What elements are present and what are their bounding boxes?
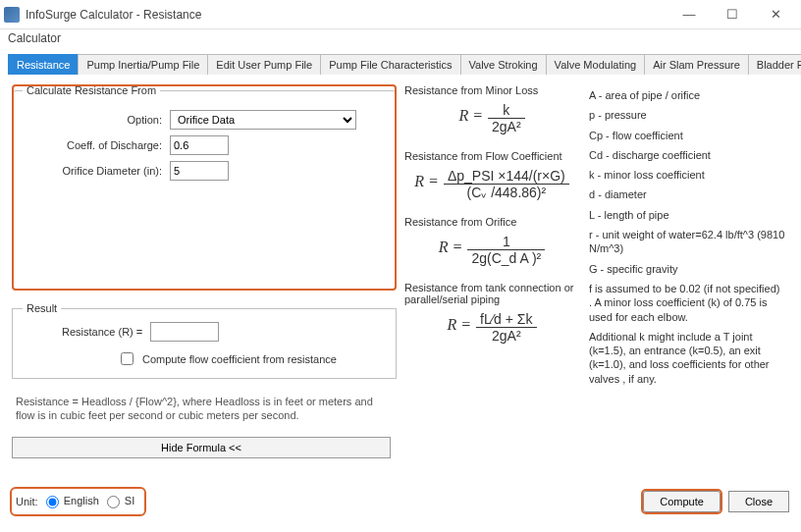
content-area: Calculate Resistance From Option: Orific… bbox=[0, 75, 801, 461]
resistance-label: Resistance (R) = bbox=[62, 326, 142, 338]
unit-english-option[interactable]: English bbox=[46, 495, 99, 508]
maximize-button[interactable]: ☐ bbox=[711, 1, 754, 28]
calculate-resistance-group: Calculate Resistance From Option: Orific… bbox=[12, 84, 397, 291]
hide-formula-button[interactable]: Hide Formula << bbox=[12, 437, 391, 458]
legend-A: A - area of pipe / orifice bbox=[589, 88, 785, 102]
formulas-column: Resistance from Minor Loss R = k2gA² Res… bbox=[404, 79, 581, 461]
tab-resistance[interactable]: Resistance bbox=[8, 54, 79, 75]
diameter-label: Orifice Diameter (in): bbox=[23, 165, 170, 177]
compute-button[interactable]: Compute bbox=[643, 491, 721, 512]
cd-label: Coeff. of Discharge: bbox=[23, 139, 170, 151]
diameter-input[interactable] bbox=[170, 161, 229, 181]
legend-G: G - specific gravity bbox=[589, 262, 785, 276]
option-label: Option: bbox=[23, 114, 170, 126]
legend-L: L - length of pipe bbox=[589, 208, 785, 222]
formula-minor: R = k2gA² bbox=[404, 98, 581, 144]
unit-label: Unit: bbox=[16, 496, 38, 507]
tab-valve-modulating[interactable]: Valve Modulating bbox=[546, 54, 646, 75]
legend-d: d - diameter bbox=[589, 187, 785, 201]
legend-r: r - unit weight of water=62.4 lb/ft^3 (9… bbox=[589, 228, 785, 256]
formula-flowcoef-title: Resistance from Flow Coefficient bbox=[404, 150, 581, 162]
calc-legend: Calculate Resistance From bbox=[23, 84, 160, 96]
tab-strip: Resistance Pump Inertia/Pump File Edit U… bbox=[8, 53, 793, 74]
result-group: Result Resistance (R) = Compute flow coe… bbox=[12, 302, 397, 379]
tab-pump-inertia[interactable]: Pump Inertia/Pump File bbox=[78, 54, 208, 75]
app-icon bbox=[4, 7, 20, 23]
close-button[interactable]: Close bbox=[728, 491, 789, 512]
minimize-button[interactable]: — bbox=[668, 1, 711, 28]
tab-valve-stroking[interactable]: Valve Stroking bbox=[460, 54, 547, 75]
tab-edit-pump-file[interactable]: Edit User Pump File bbox=[207, 54, 321, 75]
formula-tank: R = fL⁄d + Σk2gA² bbox=[404, 307, 581, 353]
unit-english-radio[interactable] bbox=[46, 496, 59, 508]
tab-pump-file-characteristics[interactable]: Pump File Characteristics bbox=[320, 54, 460, 75]
window-title: InfoSurge Calculator - Resistance bbox=[26, 8, 201, 22]
formula-orifice-title: Resistance from Orifice bbox=[404, 216, 581, 228]
legend-Cd: Cd - discharge coefficient bbox=[589, 148, 785, 162]
cd-input[interactable] bbox=[170, 135, 229, 155]
formula-tank-title: Resistance from tank connection or paral… bbox=[404, 282, 581, 305]
legend-p: p - pressure bbox=[589, 108, 785, 122]
option-select[interactable]: Orifice Data bbox=[170, 110, 356, 130]
resistance-note: Resistance = Headloss / {Flow^2}, where … bbox=[12, 395, 397, 423]
footer: Unit: English SI Compute Close bbox=[12, 489, 789, 514]
legend-k: k - minor loss coefficient bbox=[589, 168, 785, 182]
unit-si-option[interactable]: SI bbox=[107, 495, 134, 508]
titlebar: InfoSurge Calculator - Resistance — ☐ ✕ bbox=[0, 0, 801, 29]
result-legend: Result bbox=[23, 302, 61, 314]
legend-column: A - area of pipe / orifice p - pressure … bbox=[589, 79, 785, 461]
legend-Cp: Cp - flow coefficient bbox=[589, 129, 785, 142]
formula-flowcoef: R = Δp_PSI ×144/(r×G)(Cᵥ /448.86)² bbox=[404, 164, 581, 210]
resistance-output bbox=[150, 322, 219, 342]
tab-air-slam-pressure[interactable]: Air Slam Pressure bbox=[644, 54, 749, 75]
menubar: Calculator bbox=[0, 29, 801, 49]
menu-calculator[interactable]: Calculator bbox=[8, 31, 61, 45]
compute-flow-coef-label: Compute flow coefficient from resistance bbox=[142, 353, 337, 365]
tab-bladder-pred[interactable]: Bladder Pred... bbox=[748, 54, 801, 75]
formula-minor-title: Resistance from Minor Loss bbox=[404, 84, 581, 96]
close-window-button[interactable]: ✕ bbox=[754, 1, 797, 28]
compute-flow-coef-checkbox[interactable] bbox=[121, 352, 134, 365]
formula-orifice: R = 12g(C_d A )² bbox=[404, 230, 581, 276]
legend-addl: Additional k might include a T joint (k=… bbox=[589, 330, 785, 386]
unit-si-radio[interactable] bbox=[107, 496, 120, 508]
unit-selector: Unit: English SI bbox=[12, 489, 144, 514]
legend-f: f is assumed to be 0.02 (if not specifie… bbox=[589, 282, 785, 324]
